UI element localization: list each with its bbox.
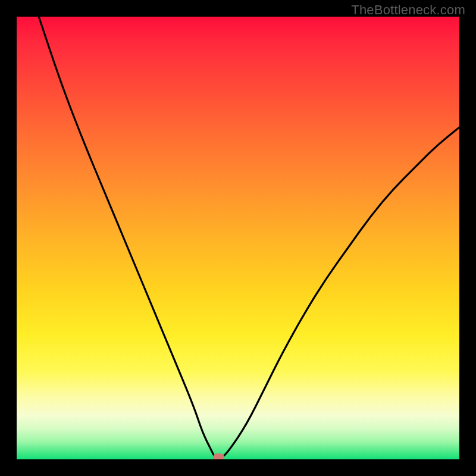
curve-path [39, 17, 459, 459]
watermark-text: TheBottleneck.com [351, 2, 465, 18]
chart-frame: TheBottleneck.com [0, 0, 476, 476]
plot-area [17, 17, 459, 459]
bottleneck-curve [17, 17, 459, 459]
optimum-marker [213, 453, 224, 459]
